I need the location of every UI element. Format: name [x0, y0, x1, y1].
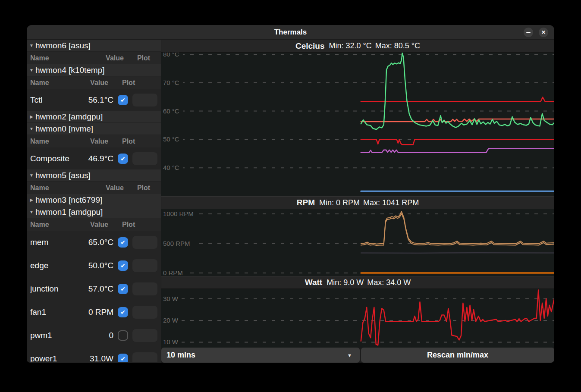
- time-range-select[interactable]: 10 mins ▼: [161, 348, 360, 363]
- sensor-value: 56.1°C: [80, 95, 113, 105]
- y-axis-tick: 80 °C: [162, 53, 183, 59]
- sidebar-group-hwmon5[interactable]: ▼hwmon5 [asus]: [27, 169, 161, 182]
- window-controls: ✕: [524, 28, 548, 37]
- close-icon: ✕: [541, 30, 546, 35]
- rescan-minmax-button[interactable]: Rescan min/max: [361, 348, 554, 363]
- chart-min: Min: 9.0 W: [327, 278, 364, 287]
- time-range-value: 10 mins: [166, 351, 195, 360]
- bottom-bar: 10 mins ▼ Rescan min/max: [161, 348, 554, 363]
- color-swatch[interactable]: [132, 94, 157, 107]
- series-tctl: [361, 53, 554, 130]
- sensor-row-power1: power131.0W✔: [27, 347, 161, 362]
- y-axis-tick: 10 W: [162, 338, 182, 346]
- column-headers: NameValuePlot: [27, 76, 161, 89]
- y-axis-tick: 50 °C: [162, 135, 183, 144]
- rpm-chart-header: RPM Min: 0 RPM Max: 1041 RPM: [161, 196, 554, 209]
- sidebar-group-hwmon4[interactable]: ▼hwmon4 [k10temp]: [27, 64, 161, 76]
- charts-column: Celcius Min: 32.0 °C Max: 80.5 °C 80 °C7…: [161, 40, 554, 362]
- y-axis-tick: 40 °C: [162, 163, 183, 172]
- sensor-row-junction: junction57.0°C✔: [27, 277, 161, 301]
- series-pump: [361, 253, 554, 253]
- y-axis-tick: 0 RPM: [162, 269, 186, 276]
- group-label: hwmon5 [asus]: [35, 171, 91, 180]
- color-swatch[interactable]: [132, 329, 157, 342]
- sidebar-group-hwmon1[interactable]: ▼hwmon1 [amdgpu]: [27, 206, 161, 218]
- group-label: hwmon4 [k10temp]: [35, 66, 105, 75]
- y-axis-tick: 1000 RPM: [162, 210, 197, 218]
- name-column-header: Name: [29, 138, 81, 145]
- plot-checkbox[interactable]: ✔: [118, 95, 128, 105]
- plot-checkbox[interactable]: [118, 330, 128, 341]
- y-axis-tick: 70 °C: [162, 78, 183, 87]
- sensor-name: junction: [29, 284, 80, 294]
- group-label: hwmon2 [amdgpu]: [35, 112, 103, 122]
- sidebar-group-hwmon6[interactable]: ▼hwmon6 [asus]: [27, 40, 161, 52]
- chevron-right-icon: ▶: [28, 198, 35, 202]
- group-label: hwmon0 [nvme]: [35, 124, 93, 134]
- y-axis-tick: 60 °C: [162, 107, 183, 116]
- minimize-icon: [526, 32, 531, 33]
- temperature-chart: 80 °C70 °C60 °C50 °C40 °C: [161, 53, 554, 196]
- color-swatch[interactable]: [132, 282, 157, 295]
- watt-chart: 30 W20 W10 W: [161, 289, 554, 348]
- value-column-header: Value: [100, 54, 130, 62]
- watt-chart-header: Watt Min: 9.0 W Max: 34.0 W: [161, 276, 554, 289]
- series-junction: [361, 119, 554, 122]
- plot-checkbox[interactable]: ✔: [118, 307, 128, 317]
- name-column-header: Name: [29, 79, 81, 87]
- chevron-down-icon: ▼: [28, 210, 35, 214]
- sensor-name: Tctl: [29, 95, 80, 105]
- sensor-name: edge: [29, 261, 80, 270]
- value-column-header: Value: [81, 221, 118, 229]
- chart-min: Min: 32.0 °C: [329, 41, 372, 50]
- chevron-right-icon: ▶: [28, 114, 35, 119]
- color-swatch[interactable]: [132, 236, 157, 249]
- sidebar-group-hwmon3[interactable]: ▶hwmon3 [nct6799]: [27, 194, 161, 206]
- plot-checkbox[interactable]: ✔: [118, 354, 128, 362]
- series-fan-lower: [361, 213, 554, 245]
- color-swatch[interactable]: [132, 352, 157, 362]
- sensor-value: 50.0°C: [80, 261, 113, 270]
- chart-min: Min: 0 RPM: [319, 198, 360, 207]
- sidebar-group-hwmon0[interactable]: ▼hwmon0 [nvme]: [27, 123, 161, 135]
- sensor-row-Composite: Composite46.9°C✔: [27, 147, 161, 169]
- thermals-window: Thermals ✕ ▼hwmon6 [asus]NameValuePlot▼h…: [27, 25, 554, 363]
- sensor-value: 65.0°C: [80, 238, 113, 247]
- plot-checkbox[interactable]: ✔: [118, 284, 128, 294]
- chart-max: Max: 34.0 W: [367, 278, 411, 287]
- chart-max: Max: 1041 RPM: [363, 198, 419, 207]
- celcius-chart-header: Celcius Min: 32.0 °C Max: 80.5 °C: [161, 40, 554, 53]
- column-headers: NameValuePlot: [27, 52, 161, 64]
- plot-checkbox[interactable]: ✔: [118, 260, 128, 271]
- series-edge: [361, 139, 554, 144]
- desktop-background: Thermals ✕ ▼hwmon6 [asus]NameValuePlot▼h…: [0, 0, 581, 392]
- y-axis-tick: 20 W: [162, 316, 182, 325]
- value-column-header: Value: [81, 79, 118, 87]
- titlebar: Thermals ✕: [27, 25, 554, 40]
- plot-checkbox[interactable]: ✔: [118, 237, 128, 248]
- close-button[interactable]: ✕: [539, 28, 548, 37]
- chevron-down-icon: ▼: [28, 68, 35, 72]
- sensor-row-Tctl: Tctl56.1°C✔: [27, 89, 161, 111]
- sensor-value: 0: [80, 331, 113, 340]
- series-fan-upper: [361, 211, 554, 244]
- column-headers: NameValuePlot: [27, 135, 161, 147]
- plot-column-header: Plot: [130, 54, 157, 62]
- column-headers: NameValuePlot: [27, 218, 161, 231]
- plot-checkbox[interactable]: ✔: [118, 154, 128, 164]
- y-axis-tick: 30 W: [162, 295, 182, 303]
- sidebar-group-hwmon2[interactable]: ▶hwmon2 [amdgpu]: [27, 111, 161, 123]
- color-swatch[interactable]: [132, 306, 157, 319]
- color-swatch[interactable]: [132, 259, 157, 272]
- chevron-down-icon: ▼: [28, 173, 35, 178]
- sensor-value: 31.0W: [80, 354, 113, 362]
- sensor-row-pwm1: pwm10: [27, 324, 161, 347]
- sensor-value: 57.0°C: [80, 284, 113, 294]
- window-title: Thermals: [274, 28, 307, 37]
- y-axis-tick: 500 RPM: [162, 239, 194, 248]
- color-swatch[interactable]: [132, 152, 157, 165]
- value-column-header: Value: [81, 138, 118, 145]
- minimize-button[interactable]: [524, 28, 533, 37]
- sensor-value: 0 RPM: [80, 307, 113, 317]
- rpm-chart: 1000 RPM500 RPM0 RPM: [161, 209, 554, 276]
